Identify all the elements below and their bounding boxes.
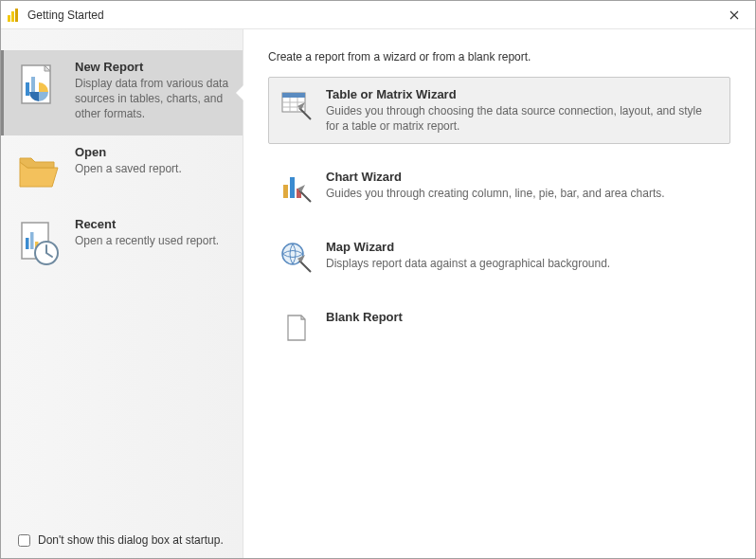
sidebar-item-title: New Report bbox=[75, 60, 229, 74]
getting-started-dialog: Getting Started bbox=[0, 0, 756, 559]
option-desc: Displays report data against a geographi… bbox=[326, 256, 718, 271]
sidebar-item-desc: Open a recently used report. bbox=[75, 233, 229, 248]
sidebar-item-new-report[interactable]: New Report Display data from various dat… bbox=[1, 50, 243, 135]
sidebar: New Report Display data from various dat… bbox=[1, 29, 243, 558]
option-desc: Guides you through choosing the data sou… bbox=[326, 103, 718, 134]
option-map-wizard[interactable]: Map Wizard Displays report data against … bbox=[268, 229, 730, 284]
svg-rect-2 bbox=[15, 9, 18, 22]
dialog-body: New Report Display data from various dat… bbox=[1, 29, 755, 558]
svg-rect-7 bbox=[26, 238, 29, 249]
svg-rect-8 bbox=[30, 232, 34, 249]
option-blank-report[interactable]: Blank Report bbox=[268, 299, 730, 354]
main-heading: Create a report from a wizard or from a … bbox=[268, 50, 730, 63]
close-button[interactable] bbox=[712, 1, 755, 29]
main-panel: Create a report from a wizard or from a … bbox=[243, 29, 755, 558]
dont-show-label: Don't show this dialog box at startup. bbox=[38, 533, 224, 547]
sidebar-item-title: Open bbox=[75, 145, 229, 159]
option-title: Chart Wizard bbox=[326, 170, 718, 184]
svg-rect-17 bbox=[283, 185, 288, 198]
option-table-matrix-wizard[interactable]: Table or Matrix Wizard Guides you throug… bbox=[268, 77, 730, 144]
svg-rect-12 bbox=[282, 93, 305, 98]
blank-report-icon bbox=[280, 312, 313, 344]
svg-rect-18 bbox=[290, 177, 295, 198]
map-wizard-icon bbox=[280, 242, 313, 274]
sidebar-item-title: Recent bbox=[75, 217, 229, 231]
titlebar: Getting Started bbox=[1, 1, 755, 29]
svg-rect-4 bbox=[26, 82, 29, 96]
open-folder-icon bbox=[16, 149, 62, 194]
svg-rect-0 bbox=[8, 15, 10, 22]
table-wizard-icon bbox=[280, 89, 313, 121]
option-title: Map Wizard bbox=[326, 240, 718, 254]
dont-show-checkbox[interactable] bbox=[18, 534, 30, 547]
svg-rect-1 bbox=[11, 11, 14, 22]
recent-report-icon bbox=[16, 221, 62, 266]
app-icon bbox=[7, 8, 22, 23]
option-desc: Guides you through creating column, line… bbox=[326, 186, 718, 201]
sidebar-item-recent[interactable]: Recent Open a recently used report. bbox=[1, 207, 243, 280]
option-title: Table or Matrix Wizard bbox=[326, 87, 718, 101]
option-title: Blank Report bbox=[326, 310, 718, 324]
new-report-icon bbox=[16, 63, 62, 109]
window-title: Getting Started bbox=[27, 9, 712, 22]
dont-show-checkbox-row[interactable]: Don't show this dialog box at startup. bbox=[1, 524, 243, 558]
chart-wizard-icon bbox=[280, 171, 313, 204]
option-chart-wizard[interactable]: Chart Wizard Guides you through creating… bbox=[268, 159, 730, 214]
sidebar-item-open[interactable]: Open Open a saved report. bbox=[1, 135, 243, 207]
sidebar-item-desc: Display data from various data sources i… bbox=[75, 76, 229, 122]
sidebar-item-desc: Open a saved report. bbox=[75, 161, 229, 176]
